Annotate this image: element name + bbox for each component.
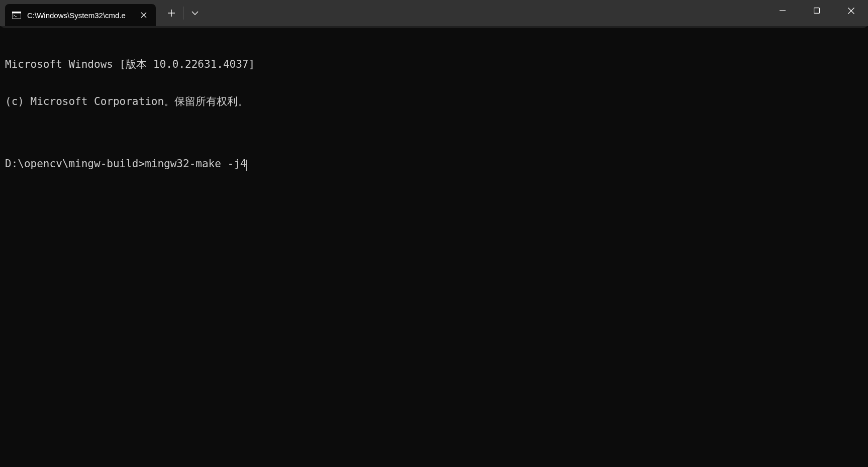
tab-title: C:\Windows\System32\cmd.e <box>27 11 133 20</box>
titlebar: C:\Windows\System32\cmd.e <box>0 0 868 28</box>
terminal-prompt-line: D:\opencv\mingw-build>mingw32-make -j4 <box>5 158 863 170</box>
maximize-icon <box>814 8 820 14</box>
maximize-button[interactable] <box>800 0 834 21</box>
terminal-prompt: D:\opencv\mingw-build> <box>5 158 145 170</box>
close-window-button[interactable] <box>834 0 868 21</box>
new-tab-button[interactable] <box>160 3 183 24</box>
minimize-button[interactable] <box>765 0 800 21</box>
close-icon <box>141 12 147 18</box>
tabbar-actions <box>160 0 207 26</box>
terminal-command: mingw32-make -j4 <box>145 158 246 170</box>
svg-rect-1 <box>12 12 21 14</box>
svg-rect-8 <box>814 8 820 14</box>
close-icon <box>848 8 854 14</box>
terminal-output-line: Microsoft Windows [版本 10.0.22631.4037] <box>5 58 863 71</box>
plus-icon <box>168 10 175 17</box>
tab-dropdown-button[interactable] <box>183 3 207 24</box>
chevron-down-icon <box>191 11 199 15</box>
tab-close-button[interactable] <box>139 10 149 20</box>
terminal-area[interactable]: Microsoft Windows [版本 10.0.22631.4037] (… <box>0 28 868 467</box>
terminal-output-line: (c) Microsoft Corporation。保留所有权利。 <box>5 95 863 108</box>
titlebar-inner: C:\Windows\System32\cmd.e <box>0 0 868 26</box>
window-controls <box>765 0 868 21</box>
terminal-cursor <box>246 160 247 171</box>
minimize-icon <box>780 8 786 14</box>
tab-active[interactable]: C:\Windows\System32\cmd.e <box>5 4 156 26</box>
cmd-icon <box>12 11 21 19</box>
